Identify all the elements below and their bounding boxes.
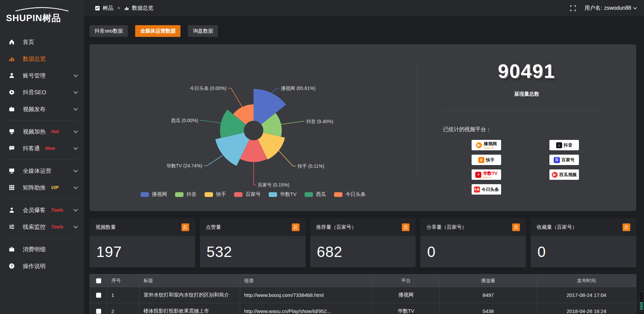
- cell-index: 1: [107, 287, 140, 303]
- stat-card-header: 收藏量（百家号）总: [531, 218, 636, 236]
- sidebar-item-douketong[interactable]: 抖客通New: [0, 140, 84, 157]
- cell-link[interactable]: http://www.boosj.com/7338468.html: [240, 287, 373, 303]
- column-header-2: 链接: [240, 274, 373, 287]
- pie-slice-4[interactable]: [215, 133, 249, 166]
- sliders-icon: [9, 224, 15, 230]
- legend-item[interactable]: 快手: [205, 191, 226, 198]
- sidebar-item-label: 全媒体运营: [23, 167, 51, 175]
- legend-label: 百家号: [246, 191, 261, 198]
- row-checkbox[interactable]: [96, 293, 101, 298]
- sidebar-item-lead-monitoring[interactable]: 线索监控Tools: [0, 218, 84, 235]
- select-all-checkbox[interactable]: [96, 278, 101, 283]
- impressions-total-label: 展现量总数: [417, 91, 636, 97]
- rose-chart-area: 播视网 (65.61%)抖音 (9.40%)快手 (0.11%)百家号 (0.1…: [90, 44, 417, 211]
- tab-inquiry-data[interactable]: 询盘数据: [188, 25, 218, 37]
- fullscreen-icon[interactable]: [570, 5, 576, 11]
- sidebar-item-member-baoke[interactable]: 会员爆客Tools: [0, 202, 84, 218]
- breadcrumb-current[interactable]: 数据总览: [132, 5, 153, 12]
- chevron-down-icon: [73, 106, 78, 111]
- legend-item[interactable]: 西瓜: [305, 191, 326, 198]
- cell-publish-time: 2018-04-26 16:24: [537, 303, 636, 314]
- sidebar-item-operation-guide[interactable]: ?操作说明: [0, 258, 84, 274]
- chevron-down-icon: [73, 168, 78, 172]
- brand-name-en: SHUPIN: [6, 13, 42, 23]
- sidebar-item-label: 线索监控: [23, 223, 46, 231]
- platform-name: 快手: [486, 158, 495, 162]
- user-menu[interactable]: 用户名: zswodun88: [585, 5, 636, 12]
- legend-item[interactable]: 抖音: [175, 191, 197, 198]
- column-header-0: 序号: [107, 274, 140, 287]
- row-checkbox[interactable]: [96, 309, 101, 314]
- sidebar-item-home[interactable]: 首页: [0, 34, 84, 50]
- username-label: 用户名:: [585, 5, 602, 12]
- sidebar-menu: 首页数据总览账号管理抖音SEO视频发布视频加热Hot抖客通New全媒体运营矩阵助…: [0, 34, 84, 274]
- pie-leader-line: [200, 120, 221, 123]
- tab-douyin-seo-data[interactable]: 抖音seo数据: [90, 25, 128, 37]
- sidebar-divider: [7, 238, 77, 238]
- scrollbar-widget[interactable]: [639, 291, 644, 311]
- legend-item[interactable]: 百家号: [234, 191, 261, 198]
- sidebar-item-label: 消费明细: [23, 246, 46, 253]
- sidebar-item-data-overview[interactable]: 数据总览: [0, 50, 84, 67]
- stat-card-header: 推荐量（百家号）总: [310, 218, 416, 236]
- header-checkbox-cell: [90, 274, 107, 287]
- app-root: SHUPIN树品 首页数据总览账号管理抖音SEO视频发布视频加热Hot抖客通Ne…: [0, 0, 644, 314]
- kuaishou-logo-icon: 8: [478, 157, 484, 163]
- stat-card-value: 0: [427, 244, 435, 260]
- total-badge: 总: [402, 223, 410, 231]
- chevron-down-icon: [73, 73, 78, 77]
- sidebar-item-video-heating[interactable]: 视频加热Hot: [0, 123, 84, 140]
- legend-swatch: [305, 192, 313, 197]
- cell-platform: 播视网: [373, 287, 440, 303]
- cell-title[interactable]: 楼体投影灯投影效果震撼上市: [140, 303, 240, 314]
- sidebar-item-tag: VIP: [51, 185, 59, 190]
- sidebar-item-label: 矩阵助推: [23, 184, 46, 192]
- sidebar-item-account-management[interactable]: 账号管理: [0, 67, 84, 84]
- column-header-3: 平台: [373, 274, 440, 287]
- sidebar-item-consumption-details[interactable]: 消费明细: [0, 241, 84, 258]
- stat-card-body: 532: [200, 236, 306, 267]
- pie-leader-line: [280, 121, 305, 124]
- legend-label: 西瓜: [316, 191, 326, 198]
- pie-leader-line: [272, 88, 279, 93]
- video-icon: [9, 106, 15, 112]
- legend-item[interactable]: 今日头条: [334, 191, 366, 198]
- topbar: 树品 > 数据总览 用户名: zswodun88: [84, 0, 644, 16]
- platform-badges: ▶播视网boosj.com♪抖音8快手百百家号✳华数TVwasu.cn▶西瓜视频…: [472, 140, 636, 195]
- cell-title[interactable]: 室外水纹灯和室内水纹灯的区别和简介: [140, 287, 240, 303]
- sidebar-item-video-publish[interactable]: 视频发布: [0, 101, 84, 117]
- platform-name: 抖音: [564, 143, 573, 147]
- cell-link[interactable]: http://www.wasu.cn/Play/show/id/952...: [240, 303, 373, 314]
- platform-subtext: wasu.cn: [483, 176, 497, 178]
- sidebar-item-label: 首页: [23, 38, 34, 46]
- tab-omnimedia-operation-data[interactable]: 全媒体运营数据: [135, 25, 180, 37]
- sidebar-item-omnimedia-operation[interactable]: 全媒体运营: [0, 162, 84, 179]
- legend-item[interactable]: 播视网: [141, 191, 167, 198]
- sidebar-item-douyin-seo[interactable]: 抖音SEO: [0, 84, 84, 101]
- platform-subtext: boosj.com: [484, 147, 497, 149]
- stat-card-header: 点赞量总: [200, 218, 306, 236]
- chevron-down-icon: [73, 129, 78, 133]
- sidebar-item-matrix-boost[interactable]: 矩阵助推VIP: [0, 179, 84, 196]
- stat-cards: 视频数量总197点赞量总532推荐量（百家号）总682分享量（百家号）总0收藏量…: [90, 218, 636, 267]
- stat-card-label: 推荐量（百家号）: [316, 224, 357, 230]
- table-header-row: 序号标题链接平台播放量发布时间: [90, 274, 636, 287]
- sidebar-item-label: 数据总览: [23, 55, 46, 63]
- sidebar-item-tag: Hot: [51, 129, 59, 134]
- cell-plays: 5438: [440, 303, 537, 314]
- table-row: 1室外水纹灯和室内水纹灯的区别和简介http://www.boosj.com/7…: [90, 287, 636, 303]
- impressions-total: 90491: [417, 60, 636, 82]
- legend-label: 播视网: [152, 191, 167, 198]
- breadcrumb-root[interactable]: 树品: [103, 5, 113, 12]
- gear-icon: [9, 89, 15, 95]
- stat-card-value: 197: [96, 244, 122, 260]
- stat-card-header: 分享量（百家号）总: [420, 218, 526, 236]
- summary-divider: [443, 111, 602, 111]
- stat-card-favorite-count: 收藏量（百家号）总0: [531, 218, 636, 267]
- platform-badge-douyin: ♪抖音: [549, 140, 579, 150]
- legend-item[interactable]: 华数TV: [269, 191, 297, 198]
- total-badge: 总: [623, 223, 630, 231]
- sidebar-item-tag: Tools: [51, 224, 63, 229]
- bar-chart-icon: [124, 6, 129, 11]
- stat-card-label: 分享量（百家号）: [426, 224, 467, 230]
